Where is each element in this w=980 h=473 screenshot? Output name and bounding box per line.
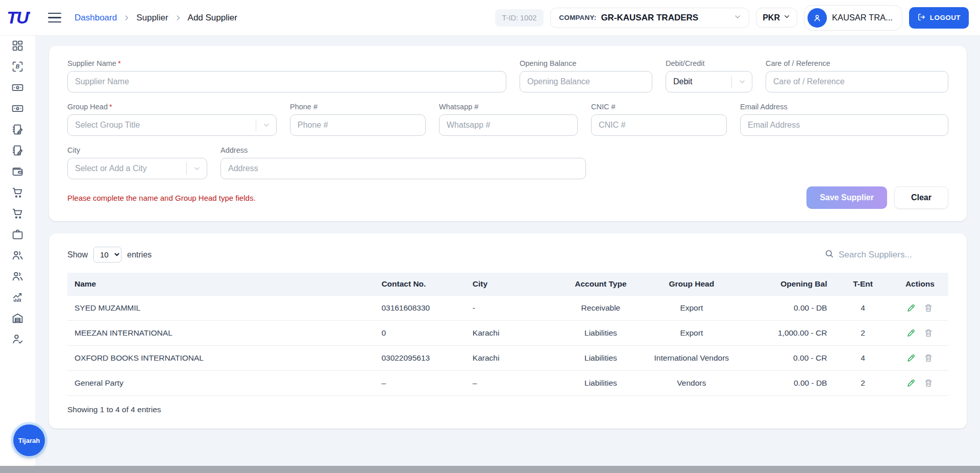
- cell-city: –: [465, 371, 555, 396]
- company-value: GR-KAUSAR TRADERS: [601, 13, 698, 23]
- supplier-name-input[interactable]: [67, 71, 506, 92]
- column-header-city[interactable]: City: [465, 273, 555, 296]
- phone-label: Phone #: [290, 103, 426, 111]
- sidebar-item-scan[interactable]: B: [8, 60, 28, 73]
- briefcase-icon: [11, 228, 24, 241]
- suppliers-table-card: Show 10 entries Name Conta: [49, 233, 967, 429]
- cell-opening-bal: 0.00 - CR: [737, 346, 834, 371]
- email-label: Email Address: [740, 103, 948, 111]
- column-header-account-type[interactable]: Account Type: [555, 273, 646, 296]
- page-size-select[interactable]: 10: [93, 247, 121, 263]
- currency-selector[interactable]: PKR: [756, 8, 797, 28]
- top-bar: TU' Dashboard Supplier Add Supplier T-ID…: [0, 0, 980, 36]
- form-error-message: Please complete the name and Group Head …: [67, 194, 256, 202]
- phone-input[interactable]: [290, 114, 426, 136]
- debit-credit-label: Debit/Credit: [666, 59, 752, 67]
- delete-button[interactable]: [923, 377, 934, 389]
- cell-opening-bal: 0.00 - DB: [737, 371, 834, 396]
- sidebar-item-cart-2[interactable]: [8, 206, 28, 220]
- edit-button[interactable]: [905, 327, 917, 339]
- cell-t-ent: 2: [834, 321, 891, 346]
- trash-icon: [924, 328, 933, 338]
- svg-text:B: B: [16, 64, 20, 69]
- required-mark: *: [118, 59, 121, 67]
- sidebar-item-users[interactable]: [8, 248, 28, 262]
- chevron-down-icon: [731, 76, 752, 88]
- logo-text: TU': [7, 8, 29, 28]
- entries-label: entries: [127, 250, 152, 259]
- chevron-right-icon: [175, 14, 182, 21]
- user-name: KAUSAR TRA...: [832, 13, 893, 22]
- edit-pencil-icon: [906, 379, 916, 388]
- column-header-opening-bal[interactable]: Opening Bal: [737, 273, 834, 296]
- debit-credit-select[interactable]: Debit: [666, 71, 752, 92]
- edit-button[interactable]: [905, 352, 917, 364]
- edit-button[interactable]: [905, 377, 917, 389]
- cnic-input[interactable]: [591, 114, 727, 136]
- app-logo[interactable]: TU': [0, 0, 36, 36]
- sidebar-item-wallet[interactable]: [8, 164, 28, 178]
- cell-name: General Party: [67, 371, 374, 396]
- sidebar-item-user-check[interactable]: [8, 332, 28, 345]
- cell-opening-bal: 0.00 - DB: [737, 296, 834, 321]
- edit-button[interactable]: [905, 302, 917, 314]
- cell-contact: 03022095613: [374, 346, 465, 371]
- cell-t-ent: 4: [834, 346, 891, 371]
- search-suppliers-input[interactable]: [839, 250, 948, 260]
- group-head-select[interactable]: Select Group Title: [67, 114, 277, 136]
- chat-widget-button[interactable]: Tijarah: [13, 424, 45, 456]
- email-input[interactable]: [740, 114, 948, 136]
- sidebar-item-warehouse[interactable]: [8, 311, 28, 324]
- care-of-input[interactable]: [766, 71, 948, 92]
- save-supplier-button[interactable]: Save Supplier: [806, 186, 887, 209]
- dashboard-icon: [11, 39, 24, 52]
- clear-button[interactable]: Clear: [894, 186, 948, 209]
- sidebar-item-cash[interactable]: [8, 81, 28, 94]
- cnic-label: CNIC #: [591, 103, 727, 111]
- breadcrumb-dashboard[interactable]: Dashboard: [75, 13, 117, 23]
- column-header-name[interactable]: Name: [67, 273, 374, 296]
- cell-opening-bal: 1,000.00 - CR: [737, 321, 834, 346]
- delete-button[interactable]: [923, 302, 934, 314]
- table-row: MEEZAN INTERNATIONAL 0 Karachi Liabiliti…: [67, 321, 948, 346]
- cell-account-type: Receivable: [555, 296, 646, 321]
- table-header-row: Name Contact No. City Account Type Group…: [67, 273, 948, 296]
- user-menu[interactable]: KAUSAR TRA...: [804, 5, 902, 31]
- breadcrumb-supplier[interactable]: Supplier: [136, 13, 168, 23]
- whatsapp-input[interactable]: [439, 114, 578, 136]
- delete-button[interactable]: [923, 352, 934, 364]
- column-header-group-head[interactable]: Group Head: [646, 273, 737, 296]
- sidebar-item-reports[interactable]: [8, 290, 28, 303]
- suppliers-table: Name Contact No. City Account Type Group…: [67, 273, 948, 396]
- horizontal-scrollbar[interactable]: [0, 466, 980, 473]
- company-label: COMPANY:: [559, 14, 596, 21]
- sidebar-item-journal[interactable]: [8, 123, 28, 136]
- search-icon: [824, 249, 834, 261]
- logout-button[interactable]: LOGOUT: [909, 7, 969, 29]
- hamburger-menu-icon[interactable]: [48, 13, 61, 23]
- column-header-t-ent[interactable]: T-Ent: [834, 273, 891, 296]
- chevron-right-icon: [123, 14, 130, 21]
- sidebar-item-dashboard[interactable]: [8, 39, 28, 52]
- banknote-icon-2: [11, 102, 24, 115]
- sidebar-item-journal-2[interactable]: [8, 144, 28, 157]
- sidebar-item-cash-2[interactable]: [8, 102, 28, 115]
- sidebar-item-briefcase[interactable]: [8, 227, 28, 241]
- cell-account-type: Liabilities: [555, 321, 646, 346]
- opening-balance-input[interactable]: [520, 71, 652, 92]
- user-check-icon: [11, 333, 24, 345]
- sidebar-item-cart[interactable]: [8, 185, 28, 199]
- table-row: OXFORD BOOKS INTERNATIONAL 03022095613 K…: [67, 346, 948, 371]
- cell-t-ent: 2: [834, 371, 891, 396]
- city-select[interactable]: Select or Add a City: [67, 158, 207, 179]
- trash-icon: [924, 379, 933, 388]
- sidebar-item-users-2[interactable]: [8, 269, 28, 282]
- tenant-id-badge: T-ID: 1002: [495, 9, 544, 27]
- delete-button[interactable]: [923, 327, 934, 339]
- table-footer-summary: Showing 1 to 4 of 4 entries: [67, 405, 948, 414]
- add-supplier-form: Supplier Name* Opening Balance Debit/Cre…: [49, 46, 967, 221]
- column-header-contact[interactable]: Contact No.: [374, 273, 465, 296]
- journal-edit-icon-2: [11, 144, 24, 157]
- company-selector[interactable]: COMPANY: GR-KAUSAR TRADERS: [550, 8, 749, 28]
- address-input[interactable]: [220, 158, 586, 179]
